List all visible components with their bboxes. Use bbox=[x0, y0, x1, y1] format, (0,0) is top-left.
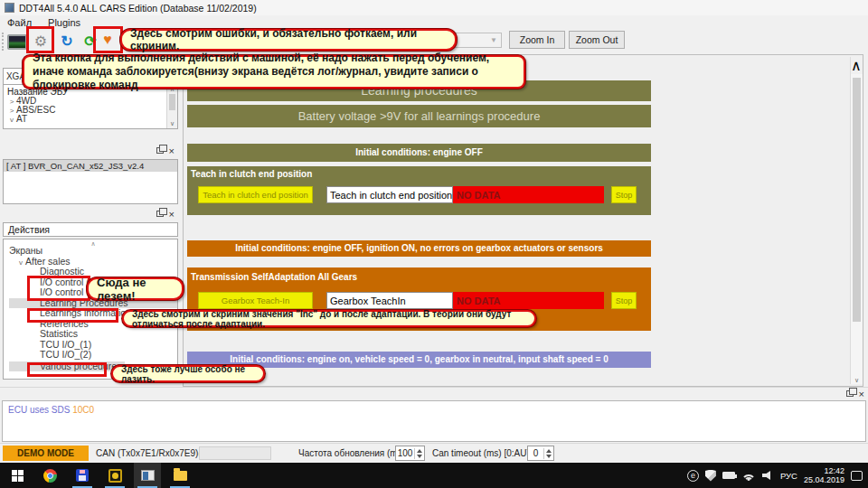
highlight-box-learnings-information bbox=[27, 308, 118, 323]
log-line-text: ECU uses SDS bbox=[8, 405, 70, 415]
float-dock-icon[interactable] bbox=[156, 211, 164, 217]
highlight-box-io-control bbox=[27, 276, 90, 301]
taskbar-active-window[interactable] bbox=[134, 463, 161, 488]
spinner-arrows[interactable] bbox=[543, 448, 553, 459]
clock-time: 12:42 bbox=[824, 466, 844, 475]
window-title: DDT4All 5.4.0 ALL CARS Edition (Database… bbox=[19, 3, 257, 14]
speaker-icon[interactable] bbox=[762, 471, 774, 481]
float-dock-icon[interactable] bbox=[846, 390, 854, 397]
spinner-arrows[interactable] bbox=[414, 448, 424, 459]
log-line-value: 10C0 bbox=[72, 405, 94, 415]
gearbox-teachin-input[interactable] bbox=[326, 292, 453, 309]
ecu-list-item-selected[interactable]: [ AT ] BVR_On_CAN_x52_JS3_v2.4 bbox=[4, 160, 177, 172]
taskbar-explorer[interactable] bbox=[166, 463, 193, 488]
teach-clutch-stop-button[interactable]: Stop bbox=[611, 186, 637, 203]
window-app-icon bbox=[141, 470, 155, 481]
teach-clutch-label: Teach in clutch end position bbox=[187, 166, 651, 179]
tree-item-at[interactable]: vAT bbox=[7, 115, 177, 124]
taskbar: e РУС 12:42 25.04.2019 bbox=[0, 463, 868, 488]
self-adaptation-label: Transmission SelfAdaptation All Gears bbox=[187, 267, 651, 282]
highlight-box-expert-mode bbox=[26, 26, 54, 53]
gearbox-teachin-button[interactable]: Gearbox Teach-In bbox=[198, 292, 313, 309]
start-button[interactable] bbox=[4, 463, 31, 488]
gearbox-teachin-status: NO DATA bbox=[453, 292, 604, 309]
scroll-down-icon[interactable]: ∨ bbox=[167, 119, 177, 128]
title-bar: DDT4All 5.4.0 ALL CARS Edition (Database… bbox=[0, 0, 868, 15]
refresh-rate-value: 100 bbox=[396, 448, 414, 458]
refresh-rate-spinner[interactable]: 100 bbox=[395, 446, 425, 461]
action-tcu-io-1[interactable]: TCU I/O_(1) bbox=[9, 340, 177, 351]
teach-clutch-section: Teach in clutch end position Teach in cl… bbox=[187, 166, 651, 215]
status-bar: DEMO MODE CAN (Tx0x7E1/Rx0x7E9)@10K Част… bbox=[0, 443, 868, 463]
log-panel[interactable]: ECU uses SDS 10C0 bbox=[2, 400, 866, 442]
chevron-right-icon: > bbox=[7, 98, 16, 106]
tree-item-4wd[interactable]: >4WD bbox=[7, 97, 177, 106]
chevron-right-icon: > bbox=[7, 107, 16, 115]
zoom-out-button[interactable]: Zoom Out bbox=[569, 31, 625, 49]
action-tcu-io-2[interactable]: TCU I/O_(2) bbox=[9, 350, 177, 361]
scroll-thumb[interactable] bbox=[853, 78, 861, 322]
toolbar-drag-handle[interactable] bbox=[2, 33, 5, 51]
log-dock-header: × bbox=[0, 387, 868, 399]
progress-inset bbox=[199, 446, 271, 460]
windows-logo-icon bbox=[12, 470, 24, 482]
demo-mode-badge: DEMO MODE bbox=[3, 446, 89, 461]
defender-shield-icon[interactable] bbox=[705, 470, 716, 482]
battery-icon[interactable] bbox=[722, 472, 735, 479]
zoom-in-button[interactable]: Zoom In bbox=[509, 31, 565, 49]
scroll-thumb[interactable] bbox=[169, 94, 175, 110]
action-statistics[interactable]: Statistics bbox=[9, 329, 177, 340]
screen-content-area: Learning procedures Battery voltage >9V … bbox=[183, 54, 863, 387]
close-dock-icon[interactable]: × bbox=[859, 389, 864, 399]
chevron-down-icon: v bbox=[16, 258, 25, 268]
teach-clutch-button[interactable]: Teach in clutch end position bbox=[198, 186, 313, 203]
close-dock-icon[interactable]: × bbox=[169, 210, 175, 219]
condition-bar-ignition-on: Initial conditions: engine OFF, ignition… bbox=[187, 240, 651, 257]
taskbar-ddt4all[interactable] bbox=[101, 463, 128, 488]
scroll-up-icon[interactable]: ∧ bbox=[851, 57, 863, 74]
taskbar-clock[interactable]: 12:42 25.04.2019 bbox=[804, 466, 844, 484]
teach-clutch-input[interactable] bbox=[326, 186, 453, 203]
content-scrollbar[interactable]: ∧ ∨ bbox=[850, 57, 863, 384]
taskbar-chrome[interactable] bbox=[36, 463, 63, 488]
app-icon bbox=[5, 3, 14, 13]
chevron-down-icon: v bbox=[7, 116, 16, 124]
annotation-expert-button: Эта кнопка для выполнения действий с маш… bbox=[23, 55, 525, 89]
refresh-blue-icon[interactable]: ↻ bbox=[56, 31, 78, 51]
ddt4all-icon bbox=[108, 469, 122, 483]
actions-dock-header: × bbox=[3, 208, 178, 220]
teach-clutch-status: NO DATA bbox=[453, 186, 604, 203]
gearbox-teachin-stop-button[interactable]: Stop bbox=[611, 292, 637, 309]
monitor-glyph bbox=[7, 34, 27, 50]
can-timeout-spinner[interactable]: 0 bbox=[527, 446, 554, 461]
screen-monitor-icon[interactable] bbox=[6, 32, 28, 52]
annotation-learnings: Здесь смотрим и скриним значения "Inc" д… bbox=[122, 310, 536, 327]
can-timeout-value: 0 bbox=[528, 448, 543, 458]
actions-group-after-sales[interactable]: vAfter sales bbox=[9, 257, 177, 267]
ecu-list-panel: [ AT ] BVR_On_CAN_x52_JS3_v2.4 bbox=[3, 159, 178, 204]
clock-date: 25.04.2019 bbox=[804, 475, 844, 484]
language-indicator[interactable]: РУС bbox=[780, 471, 797, 481]
tree-item-abs-esc[interactable]: >ABS/ESC bbox=[7, 106, 177, 115]
annotation-errors: Здесь смотрим ошибки, и обязательно фотк… bbox=[120, 29, 457, 51]
condition-bar-engine-off: Initial conditions: engine OFF bbox=[187, 144, 651, 162]
chrome-icon bbox=[43, 469, 57, 483]
battery-voltage-bar: Battery voltage >9V for all learnings pr… bbox=[187, 105, 651, 127]
refresh-rate-label: Частота обновления (ms): bbox=[298, 448, 408, 458]
annotation-io-control: Сюда не лезем! bbox=[87, 277, 184, 300]
taskbar-floppy-app[interactable] bbox=[69, 463, 96, 488]
actions-title-box: Действия bbox=[3, 222, 178, 237]
wifi-icon[interactable] bbox=[741, 470, 756, 481]
chevron-down-icon: ▼ bbox=[490, 36, 497, 44]
ecu-list-dock-header: × bbox=[3, 145, 178, 156]
folder-icon bbox=[174, 471, 187, 481]
eset-icon[interactable]: e bbox=[687, 470, 699, 482]
close-dock-icon[interactable]: × bbox=[169, 146, 175, 155]
highlight-box-various-procedures bbox=[27, 362, 107, 377]
highlight-box-dtc bbox=[93, 26, 123, 53]
annotation-various: Здесь тоже лучше особо не лазить. bbox=[111, 365, 265, 382]
float-dock-icon[interactable] bbox=[156, 147, 164, 154]
scroll-down-icon[interactable]: ∨ bbox=[851, 377, 863, 384]
system-tray: e РУС 12:42 25.04.2019 bbox=[687, 463, 868, 488]
action-center-icon[interactable] bbox=[851, 471, 863, 481]
